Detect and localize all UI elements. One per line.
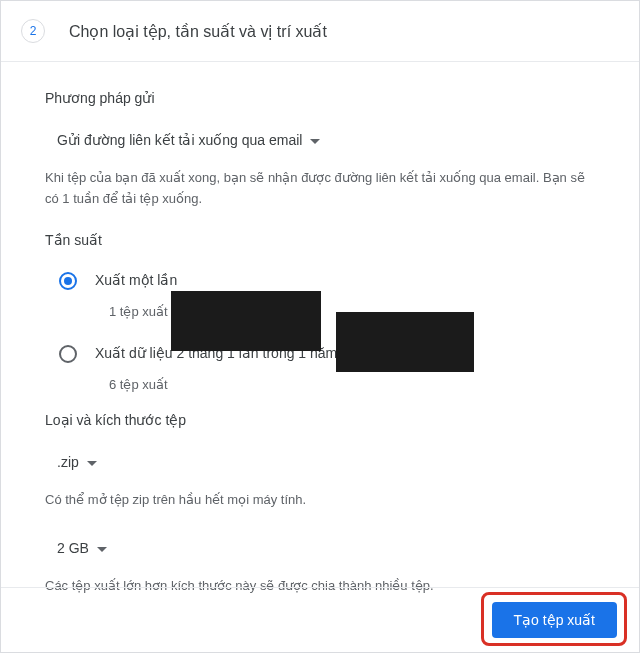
radio-icon	[59, 272, 77, 290]
filetype-selected: .zip	[57, 454, 79, 470]
chevron-down-icon	[87, 454, 97, 470]
filesize-dropdown[interactable]: 2 GB	[53, 532, 111, 564]
filetype-dropdown[interactable]: .zip	[53, 446, 101, 478]
frequency-option-label: Xuất một lần	[95, 272, 177, 288]
frequency-option-once[interactable]: Xuất một lần	[59, 266, 595, 296]
frequency-option-sub: 6 tệp xuất	[109, 377, 595, 392]
radio-icon	[59, 345, 77, 363]
frequency-radio-group: Xuất một lần 1 tệp xuất Xuất dữ liệu 2 t…	[59, 266, 595, 392]
filetype-section-title: Loại và kích thước tệp	[45, 412, 595, 428]
frequency-section-title: Tần suất	[45, 232, 595, 248]
chevron-down-icon	[97, 540, 107, 556]
step-header: 2 Chọn loại tệp, tần suất và vị trí xuất	[1, 1, 639, 62]
delivery-section-title: Phương pháp gửi	[45, 90, 595, 106]
delivery-method-selected: Gửi đường liên kết tải xuống qua email	[57, 132, 302, 148]
step-number-circle: 2	[21, 19, 45, 43]
chevron-down-icon	[310, 132, 320, 148]
create-export-button[interactable]: Tạo tệp xuất	[492, 602, 617, 638]
frequency-option-bimonthly[interactable]: Xuất dữ liệu 2 tháng 1 lần trong 1 năm	[59, 339, 595, 369]
filetype-helper-text: Có thể mở tệp zip trên hầu hết mọi máy t…	[45, 490, 595, 511]
footer: Tạo tệp xuất	[1, 587, 639, 652]
redaction-box	[336, 312, 474, 372]
step-title: Chọn loại tệp, tần suất và vị trí xuất	[69, 22, 327, 41]
step-number: 2	[30, 24, 37, 38]
delivery-method-dropdown[interactable]: Gửi đường liên kết tải xuống qua email	[53, 124, 324, 156]
redaction-box	[171, 291, 321, 351]
delivery-helper-text: Khi tệp của bạn đã xuất xong, bạn sẽ nhậ…	[45, 168, 595, 210]
filesize-selected: 2 GB	[57, 540, 89, 556]
